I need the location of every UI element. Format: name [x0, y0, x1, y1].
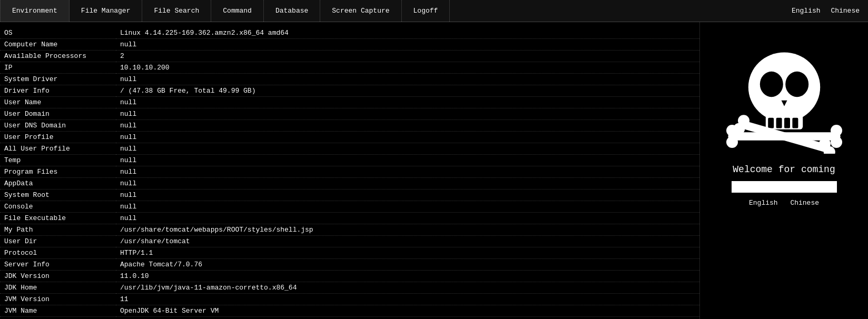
info-value: null	[116, 178, 699, 190]
right-panel: Welcome for coming English Chinese	[699, 22, 868, 319]
table-row: User Profilenull	[0, 132, 699, 143]
svg-point-11	[831, 125, 842, 136]
nav-command[interactable]: Command	[211, 0, 264, 22]
table-row: Driver Info/ (47.38 GB Free, Total 49.99…	[0, 85, 699, 97]
info-value: null	[116, 201, 699, 213]
info-label: Driver Info	[0, 85, 116, 97]
info-label: Class Path	[0, 317, 116, 320]
info-value: /usr/lib/jvm/java-11-amazon-corretto.x86…	[116, 282, 699, 294]
nav-database[interactable]: Database	[264, 0, 320, 22]
table-row: Program Filesnull	[0, 166, 699, 178]
info-value: null	[116, 97, 699, 108]
info-label: Protocol	[0, 247, 116, 259]
info-panel: OSLinux 4.14.225-169.362.amzn2.x86_64 am…	[0, 22, 699, 319]
table-row: AppDatanull	[0, 178, 699, 190]
info-label: Temp	[0, 155, 116, 166]
svg-point-6	[760, 72, 783, 97]
info-value: OpenJDK 64-Bit Server VM	[116, 305, 699, 317]
info-label: AppData	[0, 178, 116, 190]
info-label: IP	[0, 62, 116, 74]
table-row: Computer Namenull	[0, 39, 699, 51]
nav-lang-english[interactable]: English	[792, 7, 821, 15]
nav-logoff[interactable]: Logoff	[402, 0, 450, 22]
table-row: OSLinux 4.14.225-169.362.amzn2.x86_64 am…	[0, 27, 699, 39]
navbar: EnvironmentFile ManagerFile SearchComman…	[0, 0, 868, 22]
info-value: null	[116, 74, 699, 85]
info-label: Console	[0, 201, 116, 213]
table-row: JVM Version11	[0, 294, 699, 305]
table-row: Tempnull	[0, 155, 699, 166]
info-label: File Executable	[0, 213, 116, 224]
table-row: User DNS Domainnull	[0, 120, 699, 132]
info-value: null	[116, 143, 699, 155]
info-label: JVM Name	[0, 305, 116, 317]
info-value: /usr/share/tomcat/bin/bootstrap.jar:/usr…	[116, 317, 699, 320]
info-label: Server Info	[0, 259, 116, 271]
info-value: null	[116, 39, 699, 51]
table-row: All User Profilenull	[0, 143, 699, 155]
info-label: OS	[0, 27, 116, 39]
info-value: null	[116, 120, 699, 132]
main-layout: OSLinux 4.14.225-169.362.amzn2.x86_64 am…	[0, 22, 868, 319]
info-value: Apache Tomcat/7.0.76	[116, 259, 699, 271]
table-row: User Domainnull	[0, 108, 699, 120]
table-row: JDK Version11.0.10	[0, 271, 699, 282]
info-label: Available Processors	[0, 51, 116, 62]
info-value: null	[116, 132, 699, 143]
system-info-table: OSLinux 4.14.225-169.362.amzn2.x86_64 am…	[0, 27, 699, 319]
welcome-text: Welcome for coming	[733, 164, 835, 175]
info-label: User Dir	[0, 236, 116, 247]
info-label: System Root	[0, 190, 116, 201]
info-value: /usr/share/tomcat/webapps/ROOT/styles/sh…	[116, 224, 699, 236]
table-row: My Path/usr/share/tomcat/webapps/ROOT/st…	[0, 224, 699, 236]
info-value: 11	[116, 294, 699, 305]
right-lang-english[interactable]: English	[749, 199, 778, 207]
table-row: File Executablenull	[0, 213, 699, 224]
table-row: Available Processors2	[0, 51, 699, 62]
info-value: 2	[116, 51, 699, 62]
info-label: My Path	[0, 224, 116, 236]
table-row: System Drivernull	[0, 74, 699, 85]
info-label: User Profile	[0, 132, 116, 143]
nav-file-search[interactable]: File Search	[142, 0, 211, 22]
svg-point-12	[831, 136, 842, 148]
skull-icon	[726, 38, 842, 154]
table-row: JDK Home/usr/lib/jvm/java-11-amazon-corr…	[0, 282, 699, 294]
info-value: null	[116, 155, 699, 166]
svg-rect-3	[776, 118, 782, 128]
table-row: User Dir/usr/share/tomcat	[0, 236, 699, 247]
info-value: null	[116, 166, 699, 178]
table-row: ProtocolHTTP/1.1	[0, 247, 699, 259]
info-value: null	[116, 213, 699, 224]
nav-file-manager[interactable]: File Manager	[70, 0, 143, 22]
nav-environment[interactable]: Environment	[0, 0, 70, 22]
info-value: 10.10.10.200	[116, 62, 699, 74]
info-value: /usr/share/tomcat	[116, 236, 699, 247]
info-value: null	[116, 108, 699, 120]
nav-screen-capture[interactable]: Screen Capture	[320, 0, 401, 22]
info-label: User Name	[0, 97, 116, 108]
login-input-bar[interactable]	[732, 181, 837, 193]
svg-point-10	[726, 136, 738, 148]
info-label: JDK Home	[0, 282, 116, 294]
svg-rect-4	[784, 118, 790, 128]
table-row: User Namenull	[0, 97, 699, 108]
info-label: All User Profile	[0, 143, 116, 155]
table-row: Consolenull	[0, 201, 699, 213]
svg-point-15	[733, 123, 745, 135]
nav-lang-chinese[interactable]: Chinese	[831, 7, 860, 15]
info-label: Computer Name	[0, 39, 116, 51]
info-label: JVM Version	[0, 294, 116, 305]
table-row: IP10.10.10.200	[0, 62, 699, 74]
right-lang-switcher: English Chinese	[749, 199, 819, 207]
table-row: System Rootnull	[0, 190, 699, 201]
info-label: User Domain	[0, 108, 116, 120]
svg-rect-2	[768, 118, 774, 128]
info-label: System Driver	[0, 74, 116, 85]
info-value: HTTP/1.1	[116, 247, 699, 259]
info-label: JDK Version	[0, 271, 116, 282]
right-lang-chinese[interactable]: Chinese	[790, 199, 819, 207]
info-label: Program Files	[0, 166, 116, 178]
svg-rect-5	[792, 118, 798, 128]
svg-point-7	[785, 72, 808, 97]
